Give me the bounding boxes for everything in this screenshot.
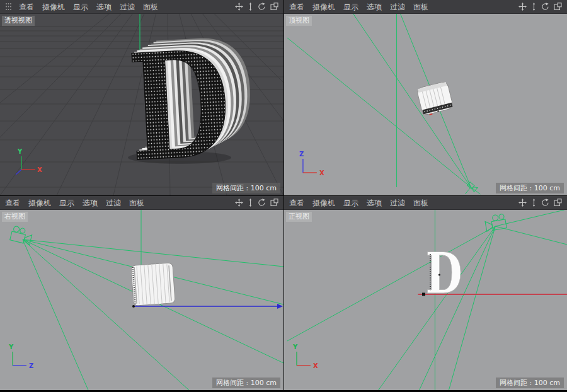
zoom-icon[interactable] [248,3,253,11]
camera-icon[interactable] [484,213,507,231]
menu-item-view[interactable]: 查看 [289,0,304,14]
viewport-menubar: 查看 摄像机 显示 选项 过滤 面板 [284,0,567,14]
viewport-grid: 查看 摄像机 显示 选项 过滤 面板 [0,0,567,390]
axis-label-vertical: Y [17,148,23,155]
rotate-icon[interactable] [541,199,549,207]
grid-spacing-label: 网格间距 : 100 cm [212,183,280,193]
menu-item-display[interactable]: 显示 [73,0,88,14]
axis-label-vertical: Z [299,151,304,158]
view-nav-icons [235,199,278,207]
menu-item-options[interactable]: 选项 [367,0,382,14]
rotate-icon[interactable] [258,199,266,207]
grid-spacing-label: 网格间距 : 100 cm [496,183,564,193]
zoom-icon[interactable] [248,199,253,207]
menu-item-panel[interactable]: 面板 [413,196,428,210]
letter-d-top-view[interactable] [416,81,454,117]
axis-label-horizontal: X [37,166,42,173]
viewport-menubar: 查看 摄像机 显示 选项 过滤 面板 [284,196,567,210]
letter-d-glyph[interactable]: D [426,239,462,306]
maximize-icon[interactable] [554,199,562,207]
axis-gizmo: Y Z [8,343,33,369]
viewport-canvas-front[interactable]: D Y X 正视图 网格间距 : 100 cm [284,210,567,390]
axis-label-horizontal: X [313,362,318,369]
layout-handle-icon[interactable] [5,3,12,11]
menu-item-options[interactable]: 选项 [83,196,98,210]
grid-spacing-label: 网格间距 : 100 cm [496,378,564,388]
viewport-label: 顶视图 [286,16,312,26]
menu-item-panel[interactable]: 面板 [129,196,144,210]
menu-item-display[interactable]: 显示 [343,196,358,210]
menu-item-panel[interactable]: 面板 [143,0,158,14]
menu-item-panel[interactable]: 面板 [413,0,428,14]
axis-label-horizontal: Z [29,362,33,369]
object-origin-dot [438,274,440,275]
view-nav-icons [518,199,562,207]
menu-item-filter[interactable]: 过滤 [390,196,405,210]
menu-item-camera[interactable]: 摄像机 [42,0,65,14]
grid-spacing-label: 网格间距 : 100 cm [212,378,280,388]
pan-icon[interactable] [518,199,527,207]
axis-gizmo: Z X [299,151,324,176]
menu-item-view[interactable]: 查看 [5,196,20,210]
viewport-canvas-top[interactable]: Z X 顶视图 网格间距 : 100 cm [284,14,567,195]
axis-gizmo: Y X [16,148,42,175]
axis-label-horizontal: X [319,170,324,176]
rotate-icon[interactable] [258,3,266,11]
menu-item-view[interactable]: 查看 [19,0,34,14]
menu-item-filter[interactable]: 过滤 [390,0,405,14]
viewport-perspective: 查看 摄像机 显示 选项 过滤 面板 [0,0,284,195]
menu-item-options[interactable]: 选项 [96,0,112,14]
menu-item-filter[interactable]: 过滤 [106,196,121,210]
viewport-label: 正视图 [286,212,312,222]
menu-item-camera[interactable]: 摄像机 [28,196,51,210]
viewport-top: 查看 摄像机 显示 选项 过滤 面板 [284,0,567,195]
axis-label-vertical: Y [292,343,298,350]
menu-item-filter[interactable]: 过滤 [120,0,135,14]
view-nav-icons [235,3,278,11]
menu-item-camera[interactable]: 摄像机 [312,0,335,14]
letter-d-side-view[interactable] [131,263,175,306]
maximize-icon[interactable] [554,3,562,11]
viewport-label: 透视视图 [2,16,35,26]
pan-icon[interactable] [518,3,527,11]
menu-item-options[interactable]: 选项 [367,196,382,210]
rotate-icon[interactable] [541,3,549,11]
camera-icon[interactable] [10,226,33,245]
viewport-label: 右视图 [2,212,28,222]
viewport-canvas-perspective[interactable]: D D D D D D D D D D Y X [0,14,284,195]
viewport-front: 查看 摄像机 显示 选项 过滤 面板 [284,196,567,390]
view-nav-icons [518,3,562,11]
menu-item-view[interactable]: 查看 [289,196,304,210]
letter-d-front-face[interactable]: D [125,18,235,195]
maximize-icon[interactable] [270,3,278,11]
menu-item-camera[interactable]: 摄像机 [312,196,335,210]
viewport-right: 查看 摄像机 显示 选项 过滤 面板 [0,196,284,390]
axis-label-vertical: Y [8,343,14,350]
viewport-menubar: 查看 摄像机 显示 选项 过滤 面板 [0,0,284,14]
maximize-icon[interactable] [270,199,278,207]
menu-item-display[interactable]: 显示 [59,196,74,210]
letter-d-front-view[interactable]: D [426,239,462,306]
menu-item-display[interactable]: 显示 [343,0,358,14]
c4d-four-view-window: 查看 摄像机 显示 选项 过滤 面板 [0,0,567,392]
zoom-icon[interactable] [531,3,537,11]
letter-d-object[interactable]: D D D D D D D D D D [124,14,260,195]
zoom-icon[interactable] [531,199,537,207]
axis-gizmo: Y X [292,343,318,369]
pan-icon[interactable] [235,3,243,11]
viewport-menubar: 查看 摄像机 显示 选项 过滤 面板 [0,196,284,210]
viewport-canvas-right[interactable]: Y Z 右视图 网格间距 : 100 cm [0,210,284,390]
pan-icon[interactable] [235,199,243,207]
